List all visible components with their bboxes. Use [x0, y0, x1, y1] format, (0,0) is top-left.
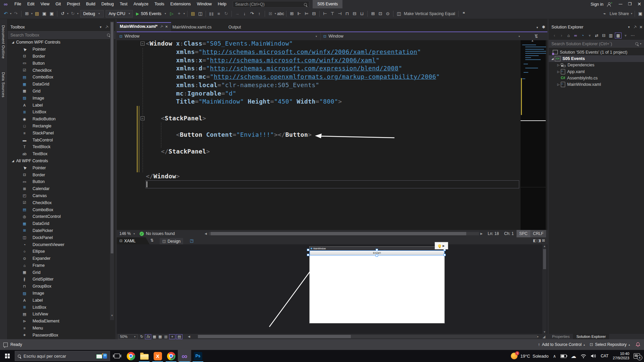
tab-design[interactable]: ◫ Design	[160, 238, 183, 244]
design-horizontal-scrollbar[interactable]	[198, 335, 537, 338]
scrollbar-thumb[interactable]	[211, 232, 466, 235]
menu-extensions[interactable]: Extensions	[167, 0, 194, 8]
panel-tab-solution-explorer[interactable]: Solution Explorer	[573, 334, 609, 339]
scroll-right-icon[interactable]: ▶	[480, 232, 483, 235]
code-line[interactable]: xmlns:x="http://schemas.microsoft.com/wi…	[117, 56, 521, 65]
menu-debug[interactable]: Debug	[98, 0, 117, 8]
dropdown-icon[interactable]: ▾	[587, 33, 593, 38]
align-middles-icon[interactable]: ⊟	[351, 10, 358, 17]
toolbox-item-checkbox[interactable]: ☑CheckBox	[8, 199, 116, 206]
effects-toggle-icon[interactable]: fx	[145, 334, 151, 339]
restart-icon[interactable]: ↻	[222, 10, 230, 17]
navigate-backward-icon[interactable]: ↶	[2, 10, 9, 17]
toolbox-item-label[interactable]: ALabel	[8, 102, 116, 109]
snap-to-grid-icon[interactable]: ▦	[157, 334, 163, 339]
selection-handle[interactable]	[307, 254, 309, 256]
close-button[interactable]: ✕	[635, 0, 644, 8]
issues-status[interactable]: No issues found	[146, 231, 175, 236]
disable-project-code-icon[interactable]: ▤	[176, 334, 182, 339]
toolbox-item-ellipse[interactable]: ○Ellipse	[8, 248, 116, 255]
menu-help[interactable]: Help	[215, 0, 229, 8]
solution-explorer-search-input[interactable]: Search Solution Explorer (Ctrl+`) ▾	[549, 40, 644, 48]
chevron-down-icon[interactable]: ▾	[9, 12, 12, 15]
back-icon[interactable]: ‹	[551, 33, 557, 38]
sync-with-active-document-icon[interactable]: ⇄	[594, 33, 600, 38]
window-layout-icon[interactable]: ◫	[197, 10, 204, 17]
new-project-icon[interactable]: ⊞	[23, 10, 31, 17]
toolbox-item-tabcontrol[interactable]: ▬TabControl	[8, 136, 116, 143]
code-line[interactable]: mc:Ignorable="d"	[117, 89, 521, 98]
menu-edit[interactable]: Edit	[24, 0, 38, 8]
step-into-icon[interactable]: ↓	[241, 10, 248, 17]
close-icon[interactable]: ✕	[165, 25, 168, 28]
tree-item-mainwindow-xaml[interactable]: ▷MainWindow.xaml	[549, 81, 644, 87]
volume-icon[interactable]	[591, 354, 596, 358]
menu-view[interactable]: View	[38, 0, 53, 8]
taskbar-app-xampp[interactable]: X	[151, 350, 164, 362]
document-tab-1[interactable]: MainWindow.xaml.cs	[169, 23, 215, 32]
tree-item-app-xaml[interactable]: ▷App.xaml	[549, 68, 644, 75]
scrollbar-thumb[interactable]	[111, 22, 113, 253]
show-grid-icon[interactable]: ▦	[152, 334, 157, 339]
scrollbar-thumb[interactable]	[198, 335, 351, 338]
code-line[interactable]	[117, 139, 521, 147]
scroll-left-icon[interactable]: ◀	[205, 232, 207, 235]
forward-icon[interactable]: ›	[558, 33, 565, 38]
switch-views-icon[interactable]: ∞	[573, 33, 579, 38]
toolbox-item-menu[interactable]: ≡Menu	[8, 325, 116, 332]
editor-zoom-select[interactable]: 146 %	[117, 230, 133, 237]
scroll-up-icon[interactable]: ▲	[531, 39, 534, 42]
align-bottom-edges-icon[interactable]: ⊔	[358, 10, 366, 17]
code-line[interactable]: </Window>	[117, 172, 521, 181]
toolbox-item-gridsplitter[interactable]: ∦GridSplitter	[8, 276, 116, 283]
chevron-down-icon[interactable]: ▾	[274, 12, 277, 15]
toolbox-item-grid[interactable]: ▦Grid	[8, 88, 116, 95]
scroll-up-icon[interactable]: ▲	[542, 245, 547, 248]
menu-git[interactable]: Git	[53, 0, 64, 8]
code-line[interactable]: <StackPanel>	[117, 114, 521, 123]
toolbox-item-mediaelement[interactable]: ⊳MediaElement	[8, 318, 116, 325]
zoom-to-fit-icon[interactable]: ↻	[139, 334, 145, 339]
select-repository-button[interactable]: Select Repository	[595, 342, 627, 347]
collapse-region-icon[interactable]: −	[141, 42, 145, 46]
toolbox-item-frame[interactable]: ⌂Frame	[8, 262, 116, 269]
code-map-icon[interactable]: ⊠	[267, 10, 274, 17]
battery-icon[interactable]	[560, 354, 567, 358]
action-center-icon[interactable]: 4	[634, 353, 640, 359]
solution-configurations[interactable]: Debug▾	[80, 10, 104, 17]
add-to-source-control-button[interactable]: Add to Source Control	[542, 342, 582, 347]
vertical-split-icon[interactable]: ◧	[533, 238, 537, 242]
feedback-icon[interactable]: ▣	[637, 10, 644, 17]
onedrive-cloud-icon[interactable]: ☁	[571, 353, 576, 359]
tab-list-chevron-icon[interactable]: ▾	[537, 26, 538, 29]
toolbox-item-combobox[interactable]: ▤ComboBox	[8, 206, 116, 213]
menu-build[interactable]: Build	[83, 0, 98, 8]
code-line[interactable]: xmlns="http://schemas.microsoft.com/winf…	[117, 48, 521, 56]
expander-closed-icon[interactable]: ▷	[556, 63, 561, 67]
language-indicator[interactable]: CAT	[601, 354, 608, 358]
tree-item-solution-s05-events-1-of-1-project-[interactable]: Solution 'S05 Events' (1 of 1 project)	[549, 49, 644, 55]
editor-minimap[interactable]	[521, 40, 546, 230]
taskbar-app-chrome-profile[interactable]	[164, 350, 178, 362]
live-share-icon-icon[interactable]: ⌁	[601, 10, 608, 17]
align-top-edges-icon[interactable]: ⊓	[343, 10, 351, 17]
tree-item-assemblyinfo-cs[interactable]: C#AssemblyInfo.cs	[549, 75, 644, 81]
pop-out-icon[interactable]: ◳	[190, 238, 194, 243]
code-line[interactable]: <Window x:Class="S05_Events.MainWindow"	[117, 40, 521, 48]
code-line[interactable]: </StackPanel>	[117, 147, 521, 156]
redo-icon[interactable]: ↻	[69, 10, 76, 17]
toolbox-item-button[interactable]: ▭Button	[8, 178, 116, 185]
live-share[interactable]: Live Share	[608, 11, 630, 16]
code-editor[interactable]: <Window x:Class="S05_Events.MainWindow" …	[117, 40, 521, 230]
chevron-down-icon[interactable]: ▾	[183, 12, 185, 15]
start-debugging[interactable]: ▶S05 Events▾	[134, 11, 168, 16]
align-left-edges-icon[interactable]: ⊢	[321, 10, 329, 17]
code-line[interactable]: xmlns:d="http://schemas.microsoft.com/ex…	[117, 64, 521, 73]
dropdown-icon[interactable]: ▾	[623, 33, 629, 38]
wpf-window-preview[interactable]: MainWindow Envia!!!	[309, 246, 445, 323]
step-out-icon[interactable]: ↑	[256, 10, 263, 17]
toolbox-item-image[interactable]: ▨Image	[8, 290, 116, 297]
toolbox-item-border[interactable]: ⊡Border	[8, 53, 116, 60]
spell-check-icon[interactable]: abc	[277, 10, 284, 17]
breadcrumb-left[interactable]: Window	[124, 34, 139, 39]
